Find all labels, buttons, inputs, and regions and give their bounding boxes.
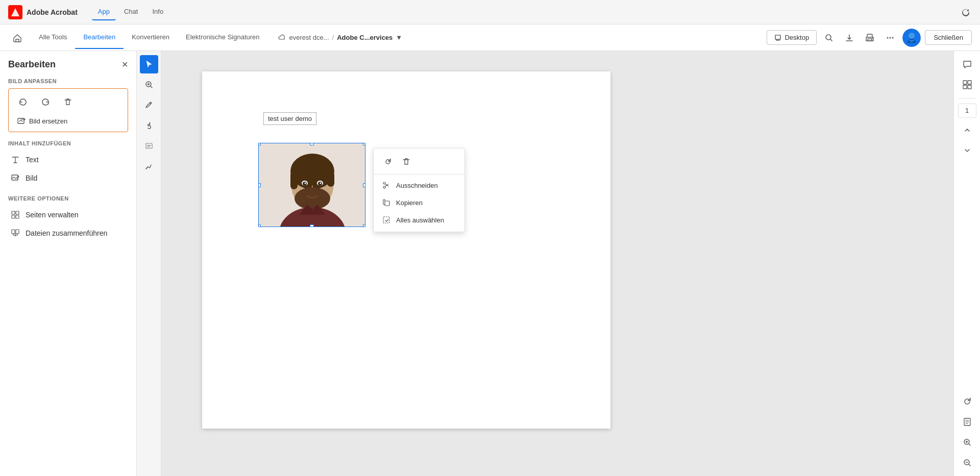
top-bar: Adobe Acrobat App Chat Info: [0, 0, 980, 24]
svg-rect-3: [868, 39, 872, 41]
search-button[interactable]: [821, 30, 837, 46]
close-button[interactable]: Schließen: [925, 30, 972, 45]
home-button[interactable]: [8, 29, 27, 47]
bild-actions: [15, 94, 121, 110]
tab-elektronische-signaturen[interactable]: Elektronische Signaturen: [178, 26, 268, 49]
zoom-in-button[interactable]: [958, 433, 976, 452]
handle-middle-left[interactable]: [258, 183, 261, 187]
app-name: Adobe Acrobat: [27, 8, 78, 16]
weitere-optionen-section: WEITERE OPTIONEN Seiten verwalten: [8, 195, 128, 242]
handle-top-center[interactable]: [310, 143, 314, 145]
delete-image-button[interactable]: [60, 94, 76, 110]
refresh-page-button[interactable]: [958, 392, 976, 411]
user-avatar[interactable]: [902, 29, 921, 47]
sidebar-item-bild[interactable]: Bild: [8, 169, 128, 187]
svg-rect-19: [146, 143, 152, 148]
sidebar: Bearbeiten ✕ BILD ANPASSEN: [0, 51, 137, 476]
svg-rect-14: [12, 215, 15, 218]
link-tool-button[interactable]: [140, 116, 158, 135]
svg-rect-41: [963, 85, 967, 89]
context-delete-button[interactable]: [398, 154, 414, 170]
svg-rect-25: [290, 171, 298, 189]
app-logo: Adobe Acrobat: [8, 5, 78, 19]
bild-ersetzen-label: Bild ersetzen: [29, 117, 67, 125]
rotate-right-button[interactable]: [37, 94, 54, 110]
page-up-button[interactable]: [958, 121, 976, 139]
text-icon: [10, 155, 20, 165]
more-options-button[interactable]: [882, 30, 898, 46]
demo-text-content: test user demo: [268, 115, 312, 122]
svg-point-35: [383, 182, 385, 184]
breadcrumb-dropdown-button[interactable]: ▼: [396, 34, 402, 41]
zoom-out-button[interactable]: [958, 454, 976, 472]
tab-alle-tools[interactable]: Alle Tools: [31, 26, 75, 49]
main-layout: Bearbeiten ✕ BILD ANPASSEN: [0, 51, 980, 476]
sidebar-item-dateien-zusammenfuehren-label: Dateien zusammenführen: [26, 229, 107, 237]
context-item-kopieren[interactable]: Kopieren: [374, 194, 464, 211]
desktop-button[interactable]: Desktop: [767, 30, 817, 45]
print-button[interactable]: [862, 30, 878, 46]
cloud-icon: [278, 34, 286, 42]
adobe-logo-icon: [8, 5, 22, 19]
svg-point-34: [295, 187, 330, 210]
text-select-tool-button[interactable]: [140, 137, 158, 155]
sidebar-item-dateien-zusammenfuehren[interactable]: Dateien zusammenführen: [8, 224, 128, 242]
breadcrumb-current: Adobe C...ervices: [337, 34, 393, 41]
comment-panel-button[interactable]: [958, 55, 976, 73]
svg-point-27: [299, 167, 311, 176]
svg-rect-26: [327, 171, 334, 187]
image-add-icon: [10, 173, 20, 183]
sidebar-close-button[interactable]: ✕: [121, 60, 128, 69]
context-item-alles-auswaehlen[interactable]: Alles auswählen: [374, 211, 464, 229]
breadcrumb: everest dce... / Adobe C...ervices ▼: [278, 34, 403, 42]
bild-anpassen-label: BILD ANPASSEN: [8, 78, 128, 84]
tab-bearbeiten[interactable]: Bearbeiten: [75, 26, 124, 49]
svg-rect-16: [12, 230, 15, 234]
sidebar-item-seiten-verwalten-label: Seiten verwalten: [26, 211, 79, 219]
page-canvas: test user demo: [202, 71, 610, 429]
context-item-ausschneiden[interactable]: Ausschneiden: [374, 177, 464, 194]
selected-image-container[interactable]: [258, 143, 365, 227]
context-refresh-button[interactable]: [380, 154, 396, 170]
zoom-tool-button[interactable]: [140, 76, 158, 94]
sidebar-header: Bearbeiten ✕: [8, 59, 128, 70]
svg-rect-42: [968, 85, 971, 89]
top-nav-chat[interactable]: Chat: [118, 4, 144, 20]
sidebar-title: Bearbeiten: [8, 59, 56, 70]
tab-konvertieren[interactable]: Konvertieren: [124, 26, 178, 49]
svg-rect-17: [16, 230, 19, 234]
sidebar-item-seiten-verwalten[interactable]: Seiten verwalten: [8, 206, 128, 224]
rotate-left-button[interactable]: [15, 94, 31, 110]
svg-point-4: [872, 38, 873, 39]
tool-panel: [137, 51, 161, 476]
svg-rect-2: [867, 34, 872, 37]
page-properties-button[interactable]: [958, 413, 976, 431]
select-tool-button[interactable]: [140, 55, 158, 73]
person-portrait: [259, 143, 365, 227]
copy-icon: [382, 198, 391, 207]
replace-image-icon: [17, 116, 26, 126]
svg-rect-15: [16, 215, 19, 218]
sign-tool-button[interactable]: [140, 157, 158, 176]
sidebar-item-text[interactable]: Text: [8, 151, 128, 169]
page-current-number: 1: [958, 104, 976, 118]
handle-top-left[interactable]: [258, 143, 261, 145]
top-nav-app[interactable]: App: [92, 4, 116, 20]
export-icon: [774, 34, 781, 41]
page-down-button[interactable]: [958, 141, 976, 160]
thumbnail-view-button[interactable]: [958, 76, 976, 94]
sidebar-item-text-label: Text: [26, 156, 39, 164]
refresh-button[interactable]: [960, 6, 972, 18]
top-nav-info[interactable]: Info: [146, 4, 169, 20]
svg-rect-38: [383, 217, 389, 223]
inhalt-hinzufuegen-label: INHALT HINZUFÜGEN: [8, 140, 128, 146]
top-nav: App Chat Info: [92, 4, 169, 20]
sidebar-item-bild-label: Bild: [26, 174, 37, 182]
download-button[interactable]: [841, 30, 857, 46]
bild-ersetzen-button[interactable]: Bild ersetzen: [15, 115, 121, 127]
svg-rect-37: [385, 201, 389, 206]
edit-text-tool-button[interactable]: [140, 96, 158, 114]
demo-text-box[interactable]: test user demo: [263, 112, 316, 125]
right-panel: 1: [953, 51, 980, 476]
nav-actions: Desktop: [767, 29, 972, 47]
